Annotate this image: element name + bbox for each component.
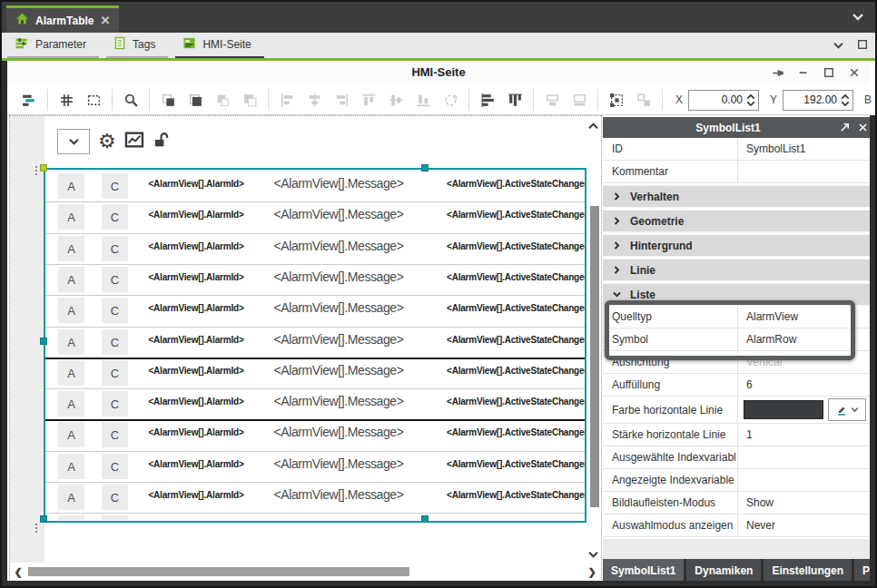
- ack-button[interactable]: A: [58, 173, 84, 199]
- page-canvas[interactable]: ⚙ AC<AlarmView[].AlarmId><AlarmView[].Me…: [9, 115, 601, 582]
- horizontal-scrollbar-thumb[interactable]: [28, 567, 409, 576]
- toolbar-widget-tree-icon[interactable]: [19, 90, 39, 110]
- panel-tab-dynamiken[interactable]: Dynamiken: [686, 559, 761, 582]
- alarm-row[interactable]: AC<AlarmView[].AlarmId><AlarmView[].Mess…: [45, 295, 585, 326]
- alarm-row[interactable]: AC<AlarmView[].AlarmId><AlarmView[].Mess…: [45, 171, 585, 201]
- clear-button[interactable]: C: [102, 298, 128, 323]
- toolbar-bring-to-front-icon[interactable]: [185, 90, 205, 110]
- clear-button[interactable]: C: [102, 360, 128, 386]
- tab-parameter[interactable]: Parameter: [7, 33, 99, 58]
- property-row-auswahlmodus-anzeigen[interactable]: Auswahlmodus anzeigenNever: [603, 514, 872, 537]
- toolbar-zoom-icon[interactable]: [121, 90, 141, 110]
- alarm-row[interactable]: AC<AlarmView[].AlarmId><AlarmView[].Mess…: [45, 451, 585, 482]
- toolbar-distribute-vertical-icon[interactable]: [505, 90, 525, 110]
- toolbar-select-frame-icon[interactable]: [606, 90, 626, 110]
- clear-button[interactable]: C: [102, 173, 128, 199]
- section-hintergrund[interactable]: Hintergrund: [603, 234, 872, 257]
- ack-button[interactable]: A: [58, 204, 84, 230]
- vertical-scrollbar-thumb[interactable]: [590, 206, 599, 507]
- scroll-right-icon[interactable]: ❯: [586, 566, 598, 578]
- property-row-farbe-horizontale-linie[interactable]: Farbe horizontale Linie: [603, 397, 872, 424]
- ack-button[interactable]: A: [58, 422, 84, 447]
- section-liste[interactable]: Liste: [603, 283, 872, 306]
- popout-icon[interactable]: [835, 122, 853, 133]
- clear-button[interactable]: C: [102, 454, 128, 479]
- document-tab-close-icon[interactable]: ✕: [100, 14, 110, 27]
- panel-tab-symbollist1[interactable]: SymbolList1: [603, 559, 684, 582]
- tab-tags[interactable]: Tags: [106, 33, 168, 58]
- clear-button[interactable]: C: [102, 329, 128, 355]
- property-row-kommentar[interactable]: Kommentar: [603, 161, 872, 183]
- clear-button[interactable]: C: [102, 391, 128, 416]
- alarm-row[interactable]: AC<AlarmView[].AlarmId><AlarmView[].Mess…: [45, 482, 585, 513]
- clear-button[interactable]: C: [102, 422, 128, 447]
- scroll-down-icon[interactable]: [586, 548, 600, 561]
- selection-handle-top[interactable]: [421, 164, 429, 172]
- alarm-row[interactable]: AC<AlarmView[].AlarmId><AlarmView[].Mess…: [45, 264, 585, 295]
- selection-handle-bottom-left[interactable]: [40, 515, 47, 523]
- ack-button[interactable]: A: [58, 391, 84, 416]
- clear-button[interactable]: C: [102, 267, 128, 292]
- ack-button[interactable]: A: [58, 360, 84, 386]
- lock-open-icon[interactable]: [153, 131, 169, 152]
- alarm-row[interactable]: AC<AlarmView[].AlarmId><AlarmView[].Mess…: [45, 388, 585, 419]
- clear-button[interactable]: C: [102, 485, 128, 510]
- ack-button[interactable]: A: [58, 454, 84, 479]
- toolbar-bring-forward-icon[interactable]: [158, 90, 178, 110]
- section-geometrie[interactable]: Geometrie: [603, 210, 872, 232]
- doc-tab-overflow-button[interactable]: [846, 8, 870, 26]
- coord-input-x[interactable]: 0.00: [688, 90, 759, 111]
- clear-button[interactable]: C: [102, 515, 128, 520]
- trend-icon[interactable]: [124, 131, 144, 152]
- color-swatch[interactable]: [744, 400, 823, 419]
- color-edit-button[interactable]: [828, 398, 866, 421]
- ack-button[interactable]: A: [58, 515, 84, 520]
- selection-handle-bottom[interactable]: [421, 515, 429, 523]
- document-tab-alarmtable[interactable]: AlarmTable ✕: [6, 5, 119, 33]
- ack-button[interactable]: A: [58, 329, 84, 355]
- pin-icon[interactable]: [770, 64, 786, 81]
- maximize-view-icon[interactable]: [857, 37, 868, 54]
- coord-input-y[interactable]: 192.00: [783, 90, 853, 111]
- property-row-quelltyp[interactable]: QuelltypAlarmView: [603, 306, 872, 328]
- alarm-row[interactable]: AC<AlarmView[].AlarmId><AlarmView[].Mess…: [45, 327, 585, 358]
- property-row-angezeigte-indexvariable[interactable]: Angezeigte Indexvariable: [603, 469, 872, 492]
- horizontal-scrollbar[interactable]: ❮ ❯: [12, 564, 600, 580]
- ack-button[interactable]: A: [58, 236, 84, 261]
- property-row-bildlaufleisten-modus[interactable]: Bildlaufleisten-ModusShow: [603, 492, 872, 514]
- minimize-icon[interactable]: [795, 64, 812, 81]
- clear-button[interactable]: C: [102, 204, 128, 230]
- alarm-row[interactable]: AC<AlarmView[].AlarmId><AlarmView[].Mess…: [45, 513, 585, 520]
- toolbar-distribute-horizontal-icon[interactable]: [478, 90, 498, 110]
- gear-icon[interactable]: ⚙: [98, 132, 116, 152]
- panel-tab-einstellungen[interactable]: Einstellungen: [764, 559, 852, 582]
- spinner-arrows-icon[interactable]: [841, 93, 850, 107]
- close-icon[interactable]: [846, 64, 862, 81]
- section-linie[interactable]: Linie: [603, 259, 872, 281]
- property-row-id[interactable]: IDSymbolList1: [603, 138, 872, 161]
- tab-hmi-seite[interactable]: HMI-Seite: [175, 33, 263, 58]
- property-row-stärke-horizontale-linie[interactable]: Stärke horizontale Linie1: [603, 424, 872, 446]
- clear-button[interactable]: C: [102, 236, 128, 261]
- scroll-up-icon[interactable]: [586, 119, 600, 132]
- spinner-arrows-icon[interactable]: [746, 93, 755, 107]
- widget-dropdown[interactable]: [57, 129, 90, 154]
- selection-handle-origin[interactable]: [40, 164, 47, 172]
- scroll-left-icon[interactable]: ❮: [12, 566, 25, 578]
- selection-handle-left[interactable]: [40, 338, 47, 345]
- ack-button[interactable]: A: [58, 485, 84, 510]
- property-row-auffüllung[interactable]: Auffüllung6: [603, 374, 872, 397]
- section-verhalten[interactable]: Verhalten: [603, 185, 872, 208]
- maximize-icon[interactable]: [821, 64, 837, 81]
- panel-close-icon[interactable]: [853, 122, 872, 132]
- alarm-row[interactable]: AC<AlarmView[].AlarmId><AlarmView[].Mess…: [45, 201, 585, 232]
- property-row-ausrichtung[interactable]: AusrichtungVertical: [603, 351, 872, 374]
- alarm-row[interactable]: AC<AlarmView[].AlarmId><AlarmView[].Mess…: [45, 233, 585, 264]
- symbollist-widget[interactable]: AC<AlarmView[].AlarmId><AlarmView[].Mess…: [45, 171, 585, 520]
- alarm-row[interactable]: AC<AlarmView[].AlarmId><AlarmView[].Mess…: [45, 358, 585, 388]
- toolbar-page-frame-icon[interactable]: [84, 90, 103, 110]
- view-tab-overflow-button[interactable]: [833, 37, 844, 54]
- ack-button[interactable]: A: [58, 267, 84, 292]
- property-row-symbol[interactable]: SymbolAlarmRow: [603, 328, 872, 351]
- ack-button[interactable]: A: [58, 298, 84, 323]
